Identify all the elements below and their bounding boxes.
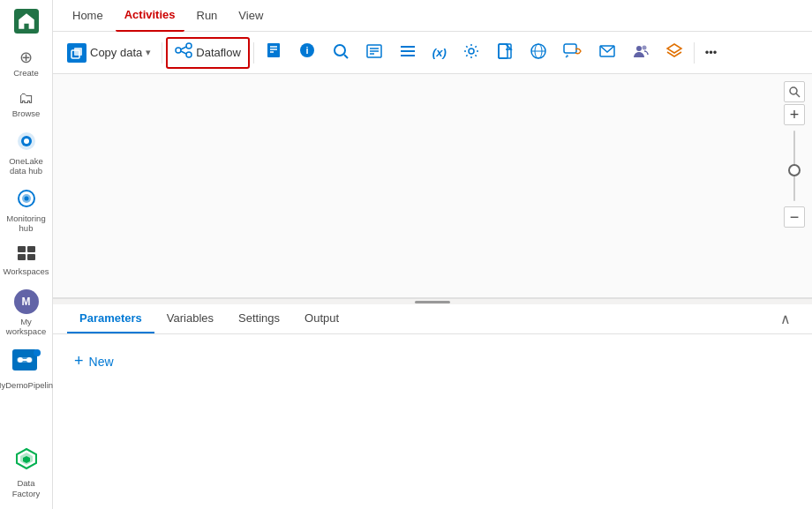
sidebar-item-create-label: Create: [13, 68, 39, 78]
pipeline-status-dot: [34, 349, 41, 356]
search-icon: [332, 42, 350, 64]
sidebar-item-monitoring-label: Monitoring hub: [4, 213, 49, 234]
svg-rect-7: [18, 246, 26, 252]
top-nav: Home Activities Run View: [53, 0, 812, 32]
nav-view[interactable]: View: [229, 0, 272, 32]
new-button-label: New: [89, 355, 114, 369]
layers-button[interactable]: [658, 37, 690, 69]
zoom-slider-track: [793, 131, 795, 201]
svg-point-3: [24, 138, 29, 144]
svg-point-40: [469, 49, 474, 54]
sidebar: ⊕ Create 🗂 Browse OneLake data hub: [0, 0, 53, 509]
create-icon: ⊕: [19, 49, 33, 65]
sidebar-item-create[interactable]: ⊕ Create: [0, 42, 52, 83]
new-parameter-button[interactable]: + New: [67, 348, 121, 374]
sidebar-item-home[interactable]: [0, 0, 52, 42]
gear-icon: [462, 42, 480, 63]
sidebar-item-workspaces-label: Workspaces: [3, 266, 49, 276]
panel-content: + New: [53, 334, 812, 509]
notebook-button[interactable]: [258, 37, 289, 69]
file-icon: [496, 42, 514, 63]
nav-run[interactable]: Run: [188, 0, 227, 32]
nav-activities[interactable]: Activities: [116, 0, 184, 32]
svg-point-49: [642, 46, 646, 50]
datafactory-icon: [15, 447, 38, 475]
copy-data-dropdown-icon: ▾: [146, 47, 151, 58]
file-button[interactable]: [489, 37, 521, 69]
svg-point-51: [790, 87, 797, 94]
avatar: M: [14, 289, 39, 314]
drag-handle-bar: [415, 301, 450, 303]
tab-parameters[interactable]: Parameters: [67, 304, 154, 333]
notebook-icon: [265, 41, 282, 64]
outlook-icon: [598, 42, 616, 63]
main-content: Home Activities Run View: [53, 0, 812, 509]
svg-rect-10: [27, 254, 35, 260]
copy-data-label: Copy data: [90, 46, 142, 59]
toolbar-divider-1: [162, 42, 162, 64]
nav-home[interactable]: Home: [64, 0, 112, 32]
svg-line-52: [796, 94, 800, 97]
my-workspace-label: My workspace: [4, 317, 49, 337]
sidebar-item-pipeline[interactable]: MyDemoPipeline: [0, 342, 52, 395]
sidebar-item-onelake[interactable]: OneLake data hub: [0, 124, 52, 182]
svg-text:i: i: [305, 45, 308, 56]
search-button[interactable]: [325, 37, 357, 69]
pipeline-icon-container: [12, 349, 41, 378]
sidebar-item-my-workspace[interactable]: M My workspace: [0, 282, 52, 342]
settings-gear-button[interactable]: [455, 37, 487, 69]
teams-button[interactable]: [625, 37, 657, 69]
svg-point-22: [186, 52, 192, 57]
copy-data-button[interactable]: Copy data ▾: [60, 37, 158, 69]
zoom-controls: + −: [784, 81, 805, 228]
sidebar-item-monitoring[interactable]: Monitoring hub: [0, 182, 52, 239]
lines-button[interactable]: [392, 37, 424, 69]
info-icon: i: [298, 41, 316, 64]
tab-output[interactable]: Output: [292, 304, 351, 333]
layers-icon: [665, 42, 683, 63]
plus-icon: +: [74, 352, 84, 371]
chat-icon: [563, 42, 583, 63]
tab-variables[interactable]: Variables: [154, 304, 226, 333]
onelake-icon: [17, 131, 36, 153]
more-button[interactable]: •••: [698, 37, 725, 69]
copy-data-icon: [67, 43, 86, 63]
info-button[interactable]: i: [291, 37, 323, 69]
expression-icon: (x): [432, 46, 447, 59]
svg-rect-42: [499, 44, 511, 58]
svg-rect-8: [27, 246, 35, 252]
svg-rect-46: [564, 44, 576, 53]
sidebar-item-onelake-label: OneLake data hub: [4, 156, 49, 176]
sidebar-item-workspaces[interactable]: Workspaces: [0, 238, 52, 281]
zoom-slider-thumb[interactable]: [788, 164, 801, 176]
dataflow-button[interactable]: Dataflow: [166, 37, 250, 69]
zoom-search-button[interactable]: [784, 81, 805, 102]
panel-collapse-button[interactable]: ∧: [773, 307, 798, 331]
svg-point-31: [335, 45, 345, 56]
minus-icon: −: [790, 209, 800, 225]
canvas-area[interactable]: + −: [53, 74, 812, 297]
panel-tabs: Parameters Variables Settings Output ∧: [53, 304, 812, 334]
svg-rect-19: [74, 48, 82, 56]
globe-button[interactable]: [523, 37, 554, 69]
more-icon: •••: [705, 46, 718, 59]
outlook-button[interactable]: [591, 37, 623, 69]
sidebar-item-datafactory[interactable]: Data Factory: [0, 440, 52, 509]
zoom-in-button[interactable]: +: [784, 104, 805, 125]
sidebar-item-browse[interactable]: 🗂 Browse: [0, 83, 52, 124]
svg-rect-25: [267, 43, 280, 57]
svg-marker-50: [667, 44, 681, 53]
svg-point-21: [186, 43, 192, 49]
chat-button[interactable]: [556, 37, 590, 69]
expression-button[interactable]: (x): [425, 37, 454, 69]
svg-line-32: [344, 55, 348, 58]
svg-rect-9: [18, 254, 26, 260]
globe-icon: [530, 42, 547, 63]
toolbar-divider-2: [253, 42, 254, 64]
zoom-out-button[interactable]: −: [784, 206, 805, 228]
toolbar: Copy data ▾ Dataflow: [53, 32, 812, 74]
pipeline-label: MyDemoPipeline: [0, 380, 57, 390]
script-button[interactable]: [358, 37, 390, 69]
tab-settings[interactable]: Settings: [226, 304, 292, 333]
plus-icon: +: [790, 107, 800, 123]
